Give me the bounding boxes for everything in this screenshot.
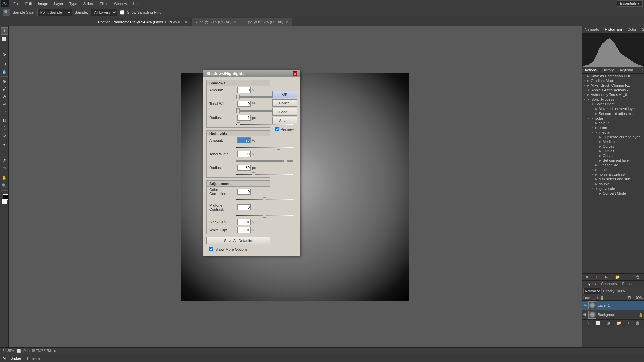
show-sampling-ring-checkbox[interactable] <box>120 9 124 16</box>
action-expand-arrow[interactable]: ▶ <box>595 173 597 176</box>
action-expand-arrow[interactable]: ▶ <box>595 183 597 186</box>
navigator-tab[interactable]: Navigato <box>582 26 602 33</box>
layer-mask-button[interactable]: ⬜ <box>595 321 600 325</box>
shadows-amount-input[interactable] <box>237 87 251 93</box>
lock-pixels-icon[interactable]: ⬚ <box>592 296 595 300</box>
pen-tool[interactable]: ✒ <box>1 141 8 149</box>
action-item[interactable]: ✓▼Annie's Astro Actions -... <box>582 88 644 92</box>
layer-style-button[interactable]: fx <box>586 321 589 325</box>
shadows-tonal-input[interactable] <box>237 101 251 107</box>
action-item[interactable]: ✓▶prom <box>582 125 644 130</box>
play-button[interactable]: ▶ <box>605 275 608 279</box>
background-color[interactable] <box>2 199 7 204</box>
lock-all-icon[interactable]: 🔒 <box>600 296 604 300</box>
save-button[interactable]: Save... <box>272 117 297 124</box>
action-item[interactable]: ✓▶Save as Photoshop PDF <box>582 74 644 78</box>
preview-checkbox[interactable] <box>275 127 279 131</box>
action-item[interactable]: ✓▼median <box>582 130 644 135</box>
action-expand-arrow[interactable]: ▼ <box>587 98 590 101</box>
new-action-button[interactable]: + <box>627 275 629 279</box>
swatches-tab[interactable]: Swatches <box>639 26 644 33</box>
essentials-button[interactable]: Essentials ▾ <box>617 0 643 7</box>
paths-tab[interactable]: Paths <box>620 281 634 287</box>
heal-tool[interactable]: ⊕ <box>1 78 8 85</box>
action-item[interactable]: ✓▶Gradient Map <box>582 78 644 83</box>
new-layer-button[interactable]: + <box>627 321 630 325</box>
midtone-contrast-input[interactable] <box>237 204 251 210</box>
action-item[interactable]: ✓▶Mixer Brush Cloning P... <box>582 83 644 88</box>
highlights-tonal-slider[interactable] <box>236 160 293 162</box>
action-item[interactable]: ▶Curves <box>582 153 644 158</box>
white-clip-input[interactable] <box>237 227 251 233</box>
record-button[interactable]: ● <box>595 275 598 279</box>
layer-visibility-layer1[interactable]: 👁 <box>583 303 587 307</box>
action-item[interactable]: ▶Duplicate current layer <box>582 135 644 139</box>
channels-tab[interactable]: Channels <box>598 281 619 287</box>
highlights-amount-input[interactable] <box>237 137 251 143</box>
type-tool[interactable]: T <box>1 149 8 156</box>
group-layer-button[interactable]: 📁 <box>616 321 621 325</box>
color-correction-input[interactable] <box>237 189 251 195</box>
status-icon[interactable]: ⬜ <box>17 349 21 353</box>
action-expand-arrow[interactable]: ▶ <box>587 75 589 78</box>
action-item[interactable]: ▶Set current layer <box>582 158 644 163</box>
delete-layer-button[interactable]: 🗑 <box>636 321 640 325</box>
highlights-tonal-input[interactable] <box>237 151 251 157</box>
clone-tool[interactable]: ⊗ <box>1 93 8 100</box>
history-brush-tool[interactable]: ↩ <box>1 101 8 108</box>
blend-mode-select[interactable]: Normal <box>583 288 602 294</box>
shape-tool[interactable]: ▭ <box>1 164 8 172</box>
blur-tool[interactable]: ◌ <box>1 124 8 131</box>
ok-button[interactable]: OK <box>272 91 297 98</box>
styles-tab[interactable]: Styles <box>639 67 644 73</box>
tab-close-2jpg[interactable]: ✕ <box>233 20 236 24</box>
path-select-tool[interactable]: ↗ <box>1 157 8 164</box>
dialog-close-button[interactable]: ✕ <box>293 71 297 76</box>
action-expand-arrow[interactable]: ▶ <box>595 178 597 181</box>
black-clip-input[interactable] <box>237 219 251 225</box>
adjustments-tab[interactable]: Adjustm... <box>617 67 639 73</box>
eyedropper-tool-icon[interactable]: 🔍 <box>3 9 10 16</box>
tab-close-6jpg[interactable]: ✕ <box>285 20 288 24</box>
mini-bridge-tab[interactable]: Mini Bridge <box>3 356 21 360</box>
highlights-radius-slider[interactable] <box>236 174 293 175</box>
action-expand-arrow[interactable]: ▶ <box>595 112 597 115</box>
dialog-titlebar[interactable]: Shadows/Highlights ✕ <box>203 70 300 77</box>
menu-image[interactable]: Image <box>35 1 51 6</box>
cancel-button[interactable]: Cancel <box>272 99 297 107</box>
menu-select[interactable]: Select <box>81 1 97 6</box>
menu-file[interactable]: File <box>11 1 22 6</box>
sample-size-select[interactable]: Point Sample 3 by 3 Average 5 by 5 Avera… <box>37 9 72 16</box>
eraser-tool[interactable]: ⬚ <box>1 108 8 116</box>
action-item[interactable]: ▶Make adjustment layer <box>582 106 644 111</box>
action-item[interactable]: ✓▼solar <box>582 116 644 121</box>
action-expand-arrow[interactable]: ▶ <box>595 122 597 125</box>
action-item[interactable]: ✓▶noise & contrast <box>582 172 644 177</box>
action-item[interactable]: ▶Curves <box>582 149 644 153</box>
action-expand-arrow[interactable]: ▶ <box>599 140 601 143</box>
layer-row-layer1[interactable]: 👁 Layer 1 <box>582 301 644 310</box>
opacity-value[interactable]: 100% <box>616 289 625 293</box>
status-arrow[interactable]: ▶ <box>54 349 56 353</box>
tab-panorama[interactable]: Untitled_Panorama1.tif @ 54.4% (Layer 1,… <box>94 18 192 26</box>
action-item[interactable]: ✓▶double <box>582 182 644 186</box>
layer-row-background[interactable]: 👁 Background 🔒 <box>582 310 644 319</box>
action-item[interactable]: ✓▶stratic <box>582 167 644 172</box>
menu-layer[interactable]: Layer <box>51 1 66 6</box>
save-defaults-button[interactable]: Save As Defaults <box>206 237 270 244</box>
action-expand-arrow[interactable]: ▼ <box>595 187 598 190</box>
action-item[interactable]: ▶Set current adjustm... <box>582 111 644 116</box>
menu-help[interactable]: Help <box>130 1 143 6</box>
menu-edit[interactable]: Edit <box>23 1 35 6</box>
layer-visibility-background[interactable]: 👁 <box>583 313 587 317</box>
menu-filter[interactable]: Filter <box>97 1 110 6</box>
action-expand-arrow[interactable]: ▶ <box>587 84 589 87</box>
action-expand-arrow[interactable]: ▶ <box>599 150 601 153</box>
action-expand-arrow[interactable]: ▶ <box>599 154 601 157</box>
lock-position-icon[interactable]: ✛ <box>596 296 599 300</box>
tab-2jpg[interactable]: 2.jpg @ 50% (RGB/8) ✕ <box>192 18 241 26</box>
highlights-radius-input[interactable] <box>237 165 251 171</box>
action-item[interactable]: ✓▶colour <box>582 121 644 125</box>
layers-tab[interactable]: Layers <box>582 281 598 287</box>
action-expand-arrow[interactable]: ▶ <box>595 164 597 167</box>
